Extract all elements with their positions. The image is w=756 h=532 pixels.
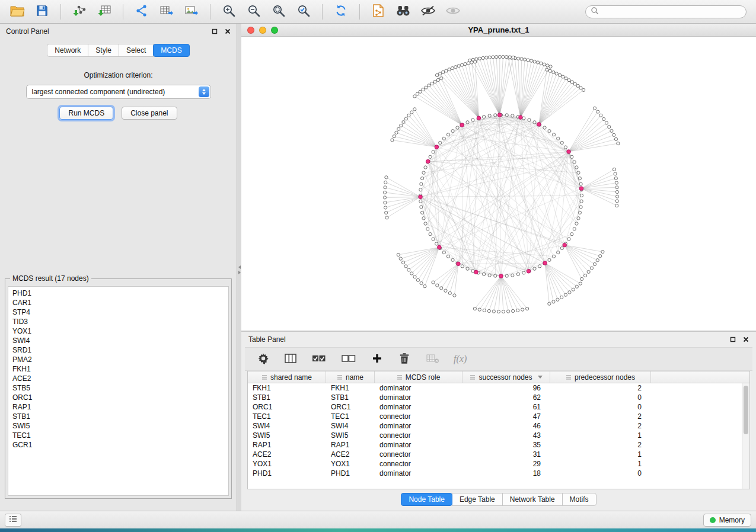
- criterion-dropdown[interactable]: largest connected component (undirected): [26, 85, 211, 99]
- search-input[interactable]: [602, 7, 741, 17]
- tab-network[interactable]: Network: [47, 44, 88, 57]
- scrollbar-thumb[interactable]: [744, 386, 748, 434]
- table-settings-button[interactable]: [256, 350, 271, 368]
- add-column-button[interactable]: [369, 350, 385, 368]
- open-file-button[interactable]: [6, 2, 28, 21]
- table-panel-header: Table Panel: [241, 332, 756, 347]
- result-node[interactable]: STP4: [12, 307, 224, 317]
- close-window-icon[interactable]: [247, 27, 254, 34]
- column-browser-button[interactable]: [283, 350, 298, 368]
- close-panel-icon-button[interactable]: [225, 28, 231, 34]
- result-node[interactable]: TEC1: [12, 431, 224, 440]
- zoom-selected-button[interactable]: [292, 2, 315, 21]
- result-node[interactable]: STB1: [12, 412, 224, 421]
- table-tab-network-table[interactable]: Network Table: [502, 493, 563, 506]
- network-graph[interactable]: [241, 37, 756, 331]
- select-all-button[interactable]: [310, 350, 328, 368]
- tab-mcds[interactable]: MCDS: [153, 44, 189, 57]
- status-list-button[interactable]: [5, 514, 21, 527]
- search-box[interactable]: [585, 5, 747, 18]
- table-tab-node-table[interactable]: Node Table: [401, 493, 452, 506]
- import-network-button[interactable]: [68, 2, 91, 21]
- column-header-name[interactable]: name: [326, 371, 375, 383]
- table-row[interactable]: RAP1RAP1dominator352: [248, 440, 742, 450]
- memory-button[interactable]: Memory: [703, 514, 751, 527]
- table-row[interactable]: ACE2ACE2connector311: [248, 450, 742, 459]
- show-details-button[interactable]: [442, 2, 464, 21]
- table-cell: 46: [462, 422, 550, 430]
- maximize-window-icon[interactable]: [271, 27, 278, 34]
- result-node[interactable]: FKH1: [12, 364, 224, 374]
- column-header-successor-nodes[interactable]: successor nodes: [462, 371, 550, 383]
- result-node[interactable]: STB5: [12, 383, 224, 393]
- result-node[interactable]: PHD1: [12, 289, 224, 298]
- table-cell: dominator: [375, 422, 462, 430]
- table-tab-motifs[interactable]: Motifs: [562, 493, 596, 506]
- result-node[interactable]: SWI5: [12, 421, 224, 431]
- table-cell: connector: [375, 412, 462, 421]
- table-cell: FKH1: [248, 384, 326, 392]
- sort-chevron-icon[interactable]: [538, 376, 543, 379]
- table-cell: SWI4: [248, 422, 326, 430]
- column-header-shared-name[interactable]: shared name: [248, 371, 326, 383]
- table-scrollbar[interactable]: [742, 383, 749, 489]
- minimize-window-icon[interactable]: [259, 27, 266, 34]
- column-header-predecessor-nodes[interactable]: predecessor nodes: [550, 371, 651, 383]
- trash-icon: [399, 352, 410, 366]
- table-header-row: shared namenameMCDS rolesuccessor nodesp…: [248, 371, 749, 383]
- result-node[interactable]: PMA2: [12, 355, 224, 364]
- table-row[interactable]: PHD1PHD1dominator180: [248, 469, 742, 478]
- table-cell: RAP1: [248, 441, 326, 449]
- delete-column-button[interactable]: [397, 350, 412, 368]
- find-button[interactable]: [392, 2, 414, 21]
- table-cell: 2: [550, 384, 651, 392]
- float-table-panel-button[interactable]: [730, 336, 736, 342]
- result-node[interactable]: SWI4: [12, 336, 224, 345]
- float-panel-button[interactable]: [212, 28, 218, 34]
- panel-splitter[interactable]: [237, 24, 241, 511]
- result-node[interactable]: ACE2: [12, 374, 224, 383]
- tab-style[interactable]: Style: [88, 44, 119, 57]
- deselect-all-button[interactable]: [340, 350, 358, 368]
- new-network-button[interactable]: [130, 2, 153, 21]
- close-table-panel-button[interactable]: [743, 336, 749, 342]
- result-node[interactable]: ORC1: [12, 393, 224, 402]
- export-table-button[interactable]: [155, 2, 178, 21]
- save-session-button[interactable]: [31, 2, 53, 21]
- column-header-mcds-role[interactable]: MCDS role: [375, 371, 462, 383]
- result-node[interactable]: TID3: [12, 317, 224, 326]
- control-panel-title: Control Panel: [6, 27, 49, 36]
- table-row[interactable]: STB1STB1dominator620: [248, 393, 742, 402]
- import-table-button[interactable]: [93, 2, 116, 21]
- result-node[interactable]: CAR1: [12, 298, 224, 307]
- run-mcds-button[interactable]: Run MCDS: [59, 107, 113, 120]
- tab-select[interactable]: Select: [119, 44, 154, 57]
- zoom-fit-icon: [272, 4, 286, 20]
- import-table-disabled-button[interactable]: [424, 350, 442, 368]
- table-row[interactable]: YOX1YOX1connector291: [248, 459, 742, 469]
- result-node[interactable]: SRD1: [12, 345, 224, 355]
- network-window-titlebar: YPA_prune.txt_1: [241, 24, 756, 37]
- table-tab-edge-table[interactable]: Edge Table: [452, 493, 503, 506]
- zoom-in-button[interactable]: [218, 2, 240, 21]
- table-row[interactable]: SWI4SWI4dominator462: [248, 421, 742, 431]
- table-row[interactable]: ORC1ORC1dominator610: [248, 402, 742, 412]
- close-panel-button[interactable]: Close panel: [122, 107, 177, 120]
- table-row[interactable]: SWI5SWI5connector431: [248, 431, 742, 440]
- result-node[interactable]: RAP1: [12, 402, 224, 412]
- zoom-out-button[interactable]: [243, 2, 265, 21]
- mcds-result-list[interactable]: PHD1CAR1STP4TID3YOX1SWI4SRD1PMA2FKH1ACE2…: [8, 286, 229, 496]
- hide-details-button[interactable]: [417, 2, 439, 21]
- table-body: FKH1FKH1dominator962STB1STB1dominator620…: [248, 383, 742, 489]
- refresh-button[interactable]: [330, 2, 352, 21]
- result-node[interactable]: YOX1: [12, 326, 224, 336]
- share-document-button[interactable]: [367, 2, 390, 21]
- table-row[interactable]: TEC1TEC1connector472: [248, 412, 742, 421]
- splitter-handle-icon[interactable]: [237, 262, 241, 277]
- result-node[interactable]: GCR1: [12, 440, 224, 450]
- table-panel-title: Table Panel: [248, 335, 286, 344]
- export-image-button[interactable]: [180, 2, 203, 21]
- zoom-fit-button[interactable]: [267, 2, 290, 21]
- function-builder-label[interactable]: f(x): [454, 354, 467, 364]
- table-row[interactable]: FKH1FKH1dominator962: [248, 383, 742, 393]
